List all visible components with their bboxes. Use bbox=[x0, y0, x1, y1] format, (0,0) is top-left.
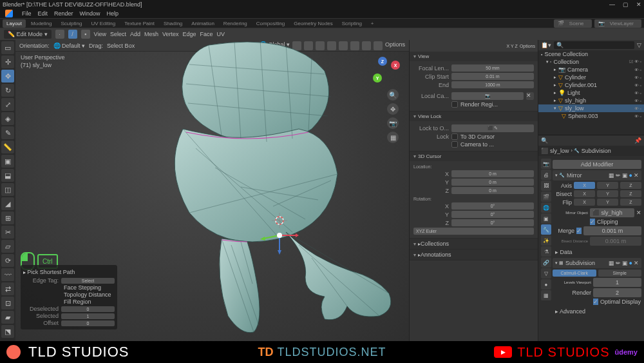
localcam-x[interactable]: ✕ bbox=[526, 92, 534, 100]
menu-uv3d[interactable]: UV bbox=[217, 31, 225, 37]
props-breadcrumb1[interactable]: sly_low bbox=[550, 148, 569, 154]
tab-compositing[interactable]: Compositing bbox=[252, 19, 289, 28]
clipping-check[interactable]: ✓ bbox=[590, 219, 595, 225]
tool-addcube[interactable]: ▣ bbox=[1, 155, 14, 168]
loc-z-field[interactable]: 0 m bbox=[451, 187, 534, 194]
tool-polybuild[interactable]: ▱ bbox=[1, 240, 14, 253]
tab-shading[interactable]: Shading bbox=[160, 19, 186, 28]
rot-z-field[interactable]: 0° bbox=[451, 219, 534, 226]
proptab-data[interactable]: ▽ bbox=[541, 268, 551, 279]
minimize-icon[interactable]: — bbox=[609, 1, 615, 8]
deselected-field[interactable]: 0 bbox=[61, 306, 115, 312]
merge-field[interactable]: 0.001 m bbox=[583, 226, 641, 235]
flip-z-btn[interactable]: Z bbox=[620, 199, 641, 206]
tool-loopcut[interactable]: ⊞ bbox=[1, 211, 14, 224]
close-icon[interactable]: ✕ bbox=[636, 1, 641, 8]
bisectdist-field[interactable]: 0.001 m bbox=[590, 237, 641, 246]
clipend-field[interactable]: 1000 m bbox=[451, 81, 534, 88]
proptab-texture[interactable]: ▦ bbox=[541, 290, 551, 300]
focallen-field[interactable]: 50 mm bbox=[451, 64, 534, 72]
advanced-section[interactable]: Advanced bbox=[560, 308, 585, 315]
maximize-icon[interactable]: ▢ bbox=[623, 1, 629, 8]
axis-y-icon[interactable]: Y bbox=[373, 74, 382, 83]
viewlayer-selector[interactable]: 📷 ViewLayer bbox=[594, 19, 641, 28]
nav-gizmo[interactable]: X Y Z bbox=[373, 57, 400, 84]
menu-edge[interactable]: Edge bbox=[182, 31, 196, 37]
simple-btn[interactable]: Simple bbox=[598, 270, 642, 277]
tool-shear[interactable]: ▰ bbox=[1, 311, 14, 324]
tool-move[interactable]: ✥ bbox=[1, 70, 14, 83]
outliner-light[interactable]: ▸ 💡 Light👁 ▫ bbox=[538, 89, 644, 97]
renderregion-check[interactable] bbox=[451, 101, 458, 108]
bisect-y-btn[interactable]: Y bbox=[597, 190, 618, 197]
proptab-render[interactable]: 📷 bbox=[541, 159, 551, 169]
axis-z-icon[interactable]: Z bbox=[378, 57, 387, 66]
rot-y-field[interactable]: 0° bbox=[451, 211, 534, 218]
tool-rip[interactable]: ⬔ bbox=[1, 325, 14, 338]
menu-mesh[interactable]: Mesh bbox=[144, 31, 158, 37]
props-pin-icon[interactable]: 📌 bbox=[634, 137, 641, 144]
outliner-slylow[interactable]: ▾ ▽ sly_low👁 ▫ bbox=[538, 104, 644, 112]
menu-file[interactable]: File bbox=[22, 10, 32, 17]
proptab-material[interactable]: ● bbox=[541, 279, 551, 289]
bisect-z-btn[interactable]: Z bbox=[620, 190, 641, 197]
proptab-modifier[interactable]: 🔧 bbox=[541, 224, 551, 235]
menu-edit[interactable]: Edit bbox=[38, 10, 48, 17]
camerato-check[interactable] bbox=[451, 141, 458, 148]
menu-vertex[interactable]: Vertex bbox=[162, 31, 179, 37]
outliner-cylinder001[interactable]: ▸ ▽ Cylinder.001👁 ▫ bbox=[538, 81, 644, 89]
flip-x-btn[interactable]: X bbox=[574, 199, 595, 206]
mirrorobj-field[interactable]: ⬛ sly_high bbox=[590, 208, 634, 217]
axis-z-btn[interactable]: Z bbox=[620, 182, 641, 189]
tab-geonodes[interactable]: Geometry Nodes bbox=[290, 19, 336, 28]
proptab-constraint[interactable]: 🔗 bbox=[541, 257, 551, 268]
rot-x-field[interactable]: 0° bbox=[451, 202, 534, 210]
outliner-mode-icon[interactable]: 📋▾ bbox=[541, 42, 551, 48]
section-viewlock[interactable]: View Lock bbox=[410, 112, 538, 121]
catmull-btn[interactable]: Catmull-Clark bbox=[553, 270, 596, 277]
axis-y-btn[interactable]: Y bbox=[597, 182, 618, 189]
tool-shrink[interactable]: ⊡ bbox=[1, 297, 14, 309]
menu-face[interactable]: Face bbox=[200, 31, 213, 37]
props-breadcrumb2[interactable]: Subdivision bbox=[582, 148, 611, 154]
tool-rotate[interactable]: ↻ bbox=[1, 84, 14, 97]
data-section[interactable]: Data bbox=[560, 249, 573, 255]
add-modifier-btn[interactable]: Add Modifier bbox=[553, 160, 641, 169]
axis-x-icon[interactable]: X bbox=[391, 61, 400, 70]
section-3dcursor[interactable]: 3D Cursor bbox=[410, 152, 538, 161]
tab-uv[interactable]: UV Editing bbox=[87, 19, 119, 28]
options-btn[interactable]: Options bbox=[520, 44, 535, 48]
proptab-physics[interactable]: ⚗ bbox=[541, 246, 551, 257]
orientation-dropdown[interactable]: 🌐 Default ▾ bbox=[53, 43, 86, 49]
menu-select[interactable]: Select bbox=[110, 31, 126, 37]
lockto-field[interactable]: ⬛ ✎ bbox=[451, 124, 534, 132]
levelsview-field[interactable]: 1 bbox=[593, 278, 641, 287]
camera-icon[interactable]: 📷 bbox=[387, 117, 399, 129]
tab-animation[interactable]: Animation bbox=[187, 19, 218, 28]
tool-extrude[interactable]: ⬓ bbox=[1, 169, 14, 182]
section-collections[interactable]: ▸ Collections bbox=[410, 239, 538, 249]
loc-y-field[interactable]: 0 m bbox=[451, 179, 534, 186]
axis-x-btn[interactable]: X bbox=[574, 182, 595, 189]
tool-scale[interactable]: ⤢ bbox=[1, 98, 14, 111]
section-view[interactable]: View bbox=[410, 52, 538, 61]
offset-field[interactable]: 0 bbox=[61, 320, 115, 326]
proptab-scene[interactable]: 🎬 bbox=[541, 191, 551, 202]
tab-layout[interactable]: Layout bbox=[3, 19, 26, 28]
tool-bevel[interactable]: ◢ bbox=[1, 197, 14, 210]
tool-annotate[interactable]: ✎ bbox=[1, 126, 14, 139]
tool-cursor[interactable]: ✢ bbox=[1, 55, 14, 68]
outliner-camera[interactable]: ▸ 📷 Camera👁 ▫ bbox=[538, 66, 644, 74]
tab-add[interactable]: + bbox=[367, 19, 378, 28]
rotmode-field[interactable]: XYZ Euler bbox=[413, 228, 534, 235]
persp-icon[interactable]: ▦ bbox=[387, 132, 399, 143]
tool-knife[interactable]: ✂ bbox=[1, 226, 14, 239]
levelsrender-field[interactable]: 2 bbox=[593, 288, 641, 297]
tool-transform[interactable]: ◈ bbox=[1, 112, 14, 125]
menu-view3d[interactable]: View bbox=[94, 31, 106, 37]
tool-select[interactable]: ▭ bbox=[1, 41, 14, 54]
pan-icon[interactable]: ✥ bbox=[387, 103, 399, 115]
modifier-mirror-header[interactable]: ▾ 🔧 Mirror▦✏▣●✕ bbox=[553, 170, 641, 181]
move-gizmo-icon[interactable] bbox=[260, 216, 299, 255]
tool-smooth[interactable]: 〰 bbox=[1, 268, 14, 281]
